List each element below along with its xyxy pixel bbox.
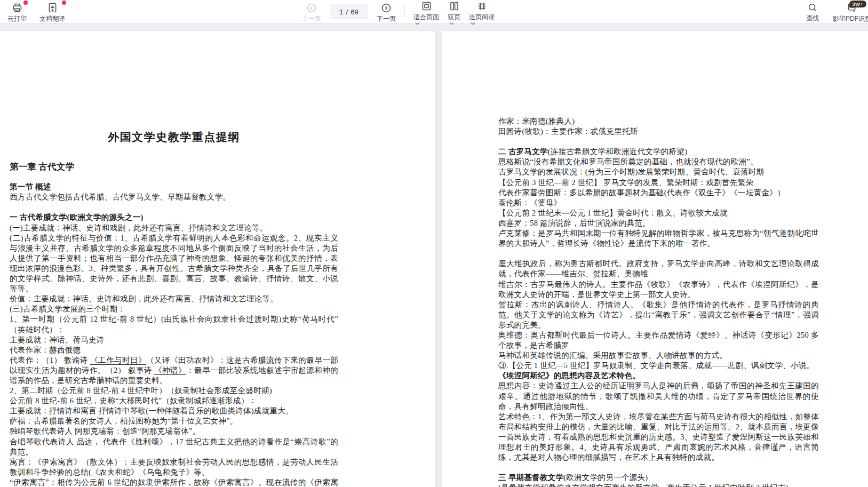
page-2: 作家：米南德(雅典人)田园诗(牧歌)：主要作家：忒俄克里托斯二 古罗马文学(连接… — [442, 31, 868, 487]
blank-line — [498, 137, 819, 147]
toolbar: 云打印 文档翻译 上一页 1 / — [0, 0, 868, 23]
ocr-pdf-button[interactable]: 3W+ 影印PDF识别 — [833, 0, 868, 23]
find-button[interactable]: 查找 — [806, 0, 819, 23]
prev-page-button[interactable]: 上一页 — [302, 1, 321, 23]
doc-line: 西方古代文学包括古代希腊、古代罗马文学、早期基督教文学。 — [10, 192, 338, 202]
doc-translate-button[interactable]: 文档翻译 — [39, 0, 65, 23]
doc-line: 一 古代希腊文学(欧洲文学的源头之一) — [10, 212, 338, 222]
next-page-button[interactable]: 下一页 — [377, 1, 396, 23]
continuous-read-dropdown[interactable]: 连页阅读 — [469, 0, 495, 25]
doc-line: 恩格斯说“没有希腊文化和罗马帝国所奠定的基础，也就没有现代的欧洲”。 — [498, 157, 819, 167]
doc-line: (一)主要成就：神话、史诗和戏剧，此外还有寓言、抒情诗和文艺理论等。 — [10, 223, 338, 233]
doc-line: 1、第一时期（公元前 12 世纪-前 8 世纪）(由氏族社会向奴隶社会过渡时期)… — [10, 314, 338, 334]
doc-line: (是希腊文学和希伯来文学相交而产生的新文学，产生于公元 1 世纪中叶到 2 世纪… — [498, 483, 819, 487]
document-viewport[interactable]: 外国文学史教学重点提纲第一章 古代文学第一节 概述西方古代文学包括古代希腊、古代… — [0, 23, 868, 487]
page-total: 69 — [351, 8, 358, 16]
doc-line: 公元前 8 世纪-前 6 世纪，史称“大移民时代”（奴隶制城邦逐渐形成）： — [10, 396, 338, 406]
doc-translate-label: 文档翻译 — [39, 14, 65, 23]
doc-line: 2、第二时期（公元前 8 世纪-前 4 世纪中叶）（奴隶制社会形成至全盛时期) — [10, 386, 338, 396]
doc-line: 田园诗(牧歌)：主要作家：忒俄克里托斯 — [498, 126, 819, 137]
doc-line: 泰伦斯：《婆母》 — [498, 198, 819, 208]
doc-line: 二 古罗马文学(连接古希腊文学和欧洲近代文学的桥梁) — [498, 147, 819, 157]
page-2-text: 作家：米南德(雅典人)田园诗(牧歌)：主要作家：忒俄克里托斯二 古罗马文学(连接… — [498, 116, 819, 487]
ocr-count-badge: 3W+ — [849, 1, 866, 7]
next-page-label: 下一页 — [377, 14, 396, 23]
chevron-left-circle-icon — [306, 3, 317, 13]
prev-page-label: 上一页 — [302, 14, 321, 23]
double-page-label: 双页 — [448, 13, 460, 21]
page-1: 外国文学史教学重点提纲第一章 古代文学第一节 概述西方古代文学包括古代希腊、古代… — [0, 31, 435, 487]
page-number-input[interactable]: 1 / 69 — [330, 4, 368, 19]
doc-line: 价值：主要成就：神话、史诗和戏剧，此外还有寓言、抒情诗和文艺理论等。 — [10, 294, 338, 304]
fit-page-dropdown[interactable]: 适合页面 — [413, 0, 439, 25]
ocr-label: 影印PDF识别 — [833, 14, 868, 23]
doc-line: 第一章 古代文学 — [10, 162, 338, 172]
doc-line: 西塞罗：58 篇演说辞，后世演说家的典范。 — [498, 218, 819, 228]
doc-line: 【公元前 3 世纪—前 2 世纪】 罗马文学的发展、繁荣时期：戏剧首先繁荣 — [498, 178, 819, 188]
doc-line: 【公元前 2 世纪末—公元 1 世纪】黄金时代：散文、诗歌较大成就 — [498, 208, 819, 218]
doc-line: 合唱琴歌代表诗人 品达， 代表作《胜利颂》，17 世纪古典主义把他的诗看作是“崇… — [10, 437, 338, 457]
doc-line: 贺拉斯：杰出的讽刺诗人、抒情诗人。《歌集》是他抒情诗的代表作，是罗马抒情诗的典范… — [498, 300, 819, 330]
doc-line: “伊索寓言”：相传为公元前 6 世纪的奴隶伊索所作，故称《伊索寓言》。现在流传的… — [10, 477, 338, 487]
find-label: 查找 — [806, 14, 819, 23]
page-current[interactable]: 1 — [339, 8, 343, 16]
blank-line — [10, 172, 338, 182]
continuous-read-icon — [476, 1, 488, 12]
doc-line: 三 早期基督教文学(欧洲文学的另一个源头) — [498, 473, 819, 483]
doc-line: ③.【公元 1 世纪—5 世纪】罗马奴隶制、文学走向衰落。成就——悲剧、讽刺文学… — [498, 361, 819, 371]
doc-line: (二)古希腊文学的特征与价值：1、古希腊文学有着鲜明的人本色彩和命运观念。2、现… — [10, 233, 338, 294]
printer-icon — [12, 2, 23, 13]
blank-line — [10, 202, 338, 212]
doc-line: 代表作：（1） 教谕诗 《工作与时日》（又译《田功农时》：这是古希腊流传下来的最… — [10, 355, 338, 386]
fit-page-label: 适合页面 — [413, 13, 439, 21]
doc-line: 作家：米南德(雅典人) — [498, 116, 819, 126]
continuous-read-label: 连页阅读 — [469, 13, 495, 21]
doc-line: 《埃涅阿斯纪》的思想内容及艺术特色。 — [498, 371, 819, 381]
doc-line: 主要成就：抒情诗和寓言 抒情诗中琴歌(一种伴随着音乐的歌曲类诗体)成就重大。 — [10, 406, 338, 416]
doc-line: (三)古希腊文学发展的三个时期： — [10, 304, 338, 314]
double-page-icon — [449, 1, 460, 12]
doc-line: 第一节 概述 — [10, 182, 338, 192]
doc-line: 卢克莱修：是罗马共和国末期一位有独特见解的唯物哲学家，被马克思称为“朝气蓬勃叱咤… — [498, 228, 819, 249]
doc-line: 古罗马文学的发展状况：(分为三个时期)发展繁荣时期、黄金时代、衰落时期 — [498, 167, 819, 177]
fit-page-icon — [421, 1, 432, 12]
doc-line: 代表作家普劳图斯：多以希腊的故事题材为基础(代表作《双生子》《一坛黄金》） — [498, 188, 819, 198]
chevron-down-icon — [471, 22, 475, 25]
ocr-pdf-icon: 3W+ — [847, 2, 858, 13]
chevron-right-circle-icon — [381, 3, 392, 13]
doc-line: 维吉尔：古罗马最伟大的诗人。主要作品《牧歌》《农事诗》，代表作《埃涅阿斯纪》，是… — [498, 280, 819, 300]
doc-line: 奥维德：奥古都斯时代最后一位诗人。主要作品爱情诗《爱经》、神话诗《变形记》250… — [498, 330, 819, 350]
blank-line — [498, 462, 819, 473]
doc-line: 萨福：古希腊最著名的女诗人，柏拉图称她为“第十位文艺女神”。 — [10, 416, 338, 426]
translate-icon — [47, 2, 58, 13]
blank-line — [498, 249, 819, 259]
chevron-down-icon — [415, 22, 420, 25]
doc-line: 艺术特色：1、作为第一部文人史诗，埃尽管在某些方面与荷马史诗有很大的相似性，如整… — [498, 412, 819, 462]
doc-line: 思想内容：史诗通过主人公的经历证明罗马人是神的后裔，颂扬了帝国的神圣和先王建国的… — [498, 381, 819, 411]
doc-line: 代表作家：赫西俄德 — [10, 345, 338, 355]
double-page-dropdown[interactable]: 双页 — [448, 0, 460, 25]
cloud-print-label: 云打印 — [7, 14, 27, 23]
doc-line: 独唱琴歌代表诗人 阿那克瑞翁：创造“阿那克瑞翁体”。 — [10, 426, 338, 436]
page-1-text: 外国文学史教学重点提纲第一章 古代文学第一节 概述西方古代文学包括古代希腊、古代… — [10, 130, 338, 487]
doc-line: 外国文学史教学重点提纲 — [10, 130, 338, 144]
doc-line: 寓言：《伊索寓言》（散文体）：主要反映奴隶制社会劳动人民的思想感情，是劳动人民生… — [10, 457, 338, 477]
doc-line: 主要成就：神话、荷马史诗 — [10, 335, 338, 345]
doc-line: 屋大维执政后，称为奥古斯都时代。政府支持，罗马文学走向高峰，诗歌和文艺理论取得成… — [498, 259, 819, 279]
doc-line: 马神话和英雄传说的汇编。采用故事套故事、人物讲故事的方式。 — [498, 350, 819, 361]
toolbar-divider — [404, 5, 405, 18]
notification-dot — [62, 1, 66, 5]
chevron-down-icon — [449, 22, 454, 25]
cloud-print-button[interactable]: 云打印 — [7, 0, 27, 23]
page-separator: / — [346, 8, 348, 16]
notification-dot — [23, 1, 28, 5]
search-icon — [807, 2, 818, 13]
